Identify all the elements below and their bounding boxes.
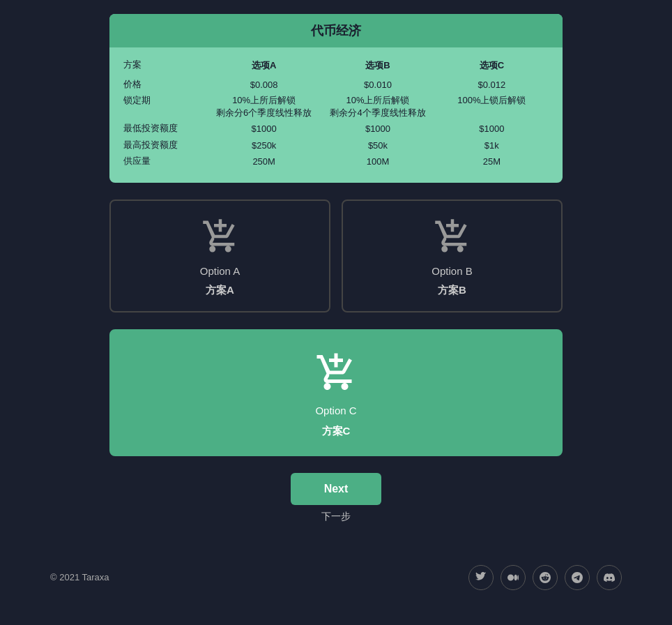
medium-icon[interactable]: [501, 565, 526, 590]
col-header-b: 选项B: [321, 59, 434, 75]
tokenomics-table-card: 代币经济 方案 选项A 选项B 选项C 价格 $0.008 $0.010 $0.…: [109, 14, 563, 183]
min-invest-c: $1000: [435, 122, 549, 136]
col-label-scheme: 方案: [123, 59, 207, 75]
option-a-sublabel: 方案A: [206, 284, 234, 297]
discord-icon[interactable]: [597, 565, 622, 590]
lock-b: 10%上所后解锁 剩余分4个季度线性释放: [321, 94, 434, 119]
lock-c: 100%上锁后解锁: [435, 94, 549, 119]
min-invest-a: $1000: [207, 122, 321, 136]
twitter-icon[interactable]: [468, 565, 494, 590]
row-label-price: 价格: [123, 78, 207, 92]
supply-a: 250M: [207, 155, 321, 169]
social-icons: [468, 565, 622, 590]
next-btn-container: Next 下一步: [291, 473, 382, 523]
cart-icon-b: [434, 218, 471, 258]
supply-b: 100M: [321, 155, 434, 169]
lock-a: 10%上所后解锁 剩余分6个季度线性释放: [207, 94, 321, 119]
price-b: $0.010: [321, 78, 434, 92]
supply-c: 25M: [435, 155, 549, 169]
col-header-a: 选项A: [207, 59, 321, 75]
options-top-row: Option A 方案A Option B 方案B: [109, 199, 563, 312]
telegram-icon[interactable]: [565, 565, 590, 590]
max-invest-c: $1k: [435, 139, 549, 153]
price-a: $0.008: [207, 78, 321, 92]
footer: © 2021 Taraxa: [22, 551, 650, 604]
min-invest-b: $1000: [321, 122, 434, 136]
table-title: 代币经济: [109, 14, 563, 47]
option-c-card[interactable]: Option C 方案C: [109, 329, 563, 456]
cart-icon-c: [315, 352, 357, 396]
option-b-sublabel: 方案B: [438, 284, 466, 297]
row-label-max-invest: 最高投资额度: [123, 139, 207, 153]
main-container: 代币经济 方案 选项A 选项B 选项C 价格 $0.008 $0.010 $0.…: [109, 14, 563, 523]
option-a-card[interactable]: Option A 方案A: [109, 199, 330, 312]
table-body: 方案 选项A 选项B 选项C 价格 $0.008 $0.010 $0.012 锁…: [109, 47, 563, 183]
max-invest-a: $250k: [207, 139, 321, 153]
next-button[interactable]: Next: [291, 473, 382, 505]
row-label-min-invest: 最低投资额度: [123, 122, 207, 136]
row-label-lock: 锁定期: [123, 94, 207, 119]
row-label-supply: 供应量: [123, 155, 207, 169]
option-c-sublabel: 方案C: [322, 425, 351, 438]
option-c-label: Option C: [315, 405, 356, 416]
option-a-label: Option A: [200, 265, 240, 277]
max-invest-b: $50k: [321, 139, 434, 153]
option-b-card[interactable]: Option B 方案B: [342, 199, 563, 312]
cart-icon-a: [201, 218, 239, 258]
next-btn-sublabel: 下一步: [321, 511, 351, 523]
price-c: $0.012: [435, 78, 549, 92]
option-b-label: Option B: [432, 265, 472, 277]
col-header-c: 选项C: [435, 59, 549, 75]
reddit-icon[interactable]: [533, 565, 558, 590]
copyright: © 2021 Taraxa: [50, 572, 109, 582]
